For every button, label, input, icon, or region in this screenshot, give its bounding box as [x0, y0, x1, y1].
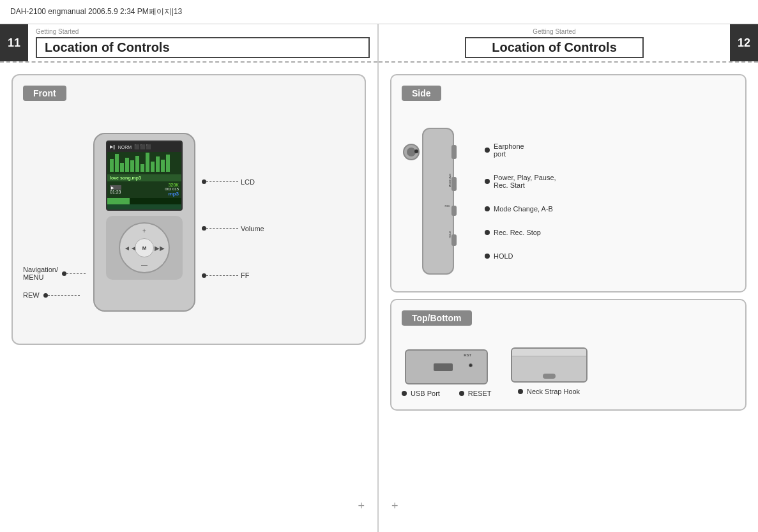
nav-left: ◄◄ [124, 245, 137, 252]
eq-bar-7 [140, 164, 144, 172]
nav-menu-label-item: Navigation/ MENU [23, 266, 86, 281]
neck-strap-annotation: Neck Strap Hook [518, 388, 580, 395]
mode-change-text: Mode Change, A-B [494, 205, 553, 213]
topbottom-illustration: RST USB Port [402, 347, 735, 399]
reset-annotation: RESET [459, 390, 492, 397]
hold-annotation: HOLD [485, 252, 556, 260]
eq-bar-8 [146, 153, 149, 172]
filename-label: DAH-2100 engmanual 2006.5.9 2:34 PM페이지|1… [10, 6, 182, 17]
mode-change-dot [485, 206, 490, 211]
side-btn-mode [451, 177, 457, 191]
power-play-dot [485, 179, 490, 184]
screen-logo: ▶|| [110, 144, 116, 149]
left-labels: Navigation/ MENU REW [23, 266, 86, 299]
rec-stop-annotation: Rec. Rec. Stop [485, 229, 556, 236]
progress-bar [107, 198, 130, 204]
top-bar: DAH-2100 engmanual 2006.5.9 2:34 PM페이지|1… [0, 0, 758, 24]
side-btn-hold [451, 234, 457, 246]
front-label: Front [23, 86, 66, 101]
screen-top-bar: ▶|| NORM ⬛⬛⬛ [107, 142, 181, 152]
reset-hole [469, 363, 473, 367]
topbottom-label-wrapper: Top/Bottom [402, 310, 735, 338]
screen-format: mp3 [169, 191, 179, 197]
rew-line [48, 295, 80, 296]
mode-label-on-device: MODE /A-B [448, 174, 451, 187]
side-illustration: MODE /A-B REC HOLD Earphone port [402, 121, 735, 281]
power-play-text: Power, Play, Pause, Rec. Start [494, 174, 556, 189]
hold-dot [485, 254, 490, 259]
neck-device-group: Neck Strap Hook [511, 347, 587, 399]
eq-bar-6 [135, 156, 139, 172]
device-front-illustration: ▶|| NORM ⬛⬛⬛ [55, 133, 195, 331]
topbottom-panel: Top/Bottom RST [390, 299, 747, 411]
eq-bar-10 [156, 156, 160, 172]
power-play-annotation: Power, Play, Pause, Rec. Start [485, 174, 556, 189]
right-page-header: Getting Started Location of Controls 12 [379, 24, 758, 63]
side-device-body: MODE /A-B REC HOLD [422, 128, 454, 275]
volume-line [206, 228, 238, 229]
volume-dot [202, 226, 206, 231]
eq-bar-3 [120, 163, 124, 172]
earphone-ann-text: Earphone port [494, 142, 524, 158]
volume-text: Volume [241, 225, 264, 232]
rew-text: REW [23, 291, 40, 299]
rst-label-text: RST [464, 353, 471, 357]
rew-dot [43, 293, 48, 298]
neck-top-strip [512, 349, 586, 356]
eq-bar-11 [161, 160, 165, 172]
right-section-title: Location of Controls [465, 37, 644, 58]
screen-eq-area [107, 152, 181, 174]
eq-bar-9 [151, 162, 155, 172]
reg-mark-left: + [358, 499, 365, 513]
side-panel: Side [390, 74, 747, 293]
ff-label-item: FF [202, 271, 264, 279]
screen-bitrate: 320K [169, 183, 179, 187]
lcd-text: LCD [241, 178, 255, 186]
nav-plus: + [142, 227, 146, 234]
nav-menu-text: Navigation/ MENU [23, 266, 58, 281]
side-panel-wrapper: Side [390, 74, 747, 293]
device-body: ▶|| NORM ⬛⬛⬛ [93, 133, 195, 312]
screen-norm: NORM [118, 145, 132, 149]
side-label-wrapper: Side [402, 86, 735, 114]
right-page-number: 12 [730, 24, 758, 61]
ff-text: FF [241, 271, 249, 279]
screen-bottom-left: ▶ 01:23 [110, 185, 121, 194]
neck-strap-text: Neck Strap Hook [527, 388, 580, 395]
nav-menu-line [66, 273, 86, 274]
hold-text: HOLD [494, 252, 513, 260]
rew-label-item: REW [23, 291, 86, 299]
eq-bar-2 [115, 154, 119, 172]
earphone-annotation: Earphone port [485, 142, 556, 158]
screen-time: 01:23 [110, 190, 121, 194]
side-btn-power [451, 145, 457, 159]
usb-device-group: RST USB Port [402, 349, 492, 397]
screen-song-name: love song.mp3 [107, 174, 181, 181]
reset-text: RESET [468, 390, 492, 397]
usb-slot [434, 363, 453, 371]
earphone-dot [414, 149, 418, 153]
usb-port-annotation: USB Port [402, 390, 440, 397]
screen-progress [107, 198, 181, 204]
eq-bar-5 [130, 160, 134, 172]
rec-stop-dot [485, 230, 490, 235]
mode-change-annotation: Mode Change, A-B [485, 205, 556, 213]
earphone-ann-dot [485, 148, 490, 153]
lcd-dot [202, 179, 206, 184]
nav-circle: + ◄◄ M ▶▶ — [119, 222, 170, 273]
nav-menu-dot [62, 271, 66, 276]
usb-device-body: RST [405, 349, 488, 384]
side-label: Side [402, 86, 441, 101]
front-label-wrapper: Front [23, 86, 354, 114]
page-right: + Getting Started Location of Controls 1… [379, 24, 758, 532]
device-screen: ▶|| NORM ⬛⬛⬛ [106, 141, 183, 211]
ff-line [206, 275, 238, 276]
topbottom-label: Top/Bottom [402, 310, 472, 326]
topbottom-panel-wrapper: Top/Bottom RST [390, 299, 747, 411]
hold-label-on-device: HOLD [448, 231, 451, 238]
main-content: + 11 Getting Started Location of Control… [0, 24, 758, 532]
front-inner: Navigation/ MENU REW [23, 120, 354, 331]
screen-icons: ⬛⬛⬛ [134, 144, 151, 149]
nav-right: ▶▶ [155, 245, 165, 252]
usb-port-dot [402, 391, 407, 396]
